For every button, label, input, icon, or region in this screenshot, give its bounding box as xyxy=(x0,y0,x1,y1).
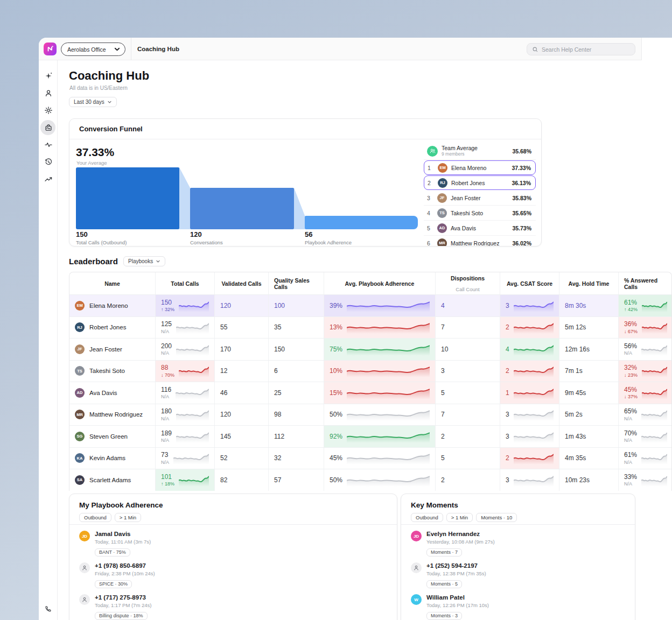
brand-logo-icon[interactable] xyxy=(44,43,57,55)
sidebar-item-settings[interactable] xyxy=(39,103,58,118)
call-list-item[interactable]: JDEvelyn HernandezYesterday, 10:08 AM (9… xyxy=(411,530,627,561)
leaderboard-row[interactable]: TSTakeshi Soto88↓ 70%12610%327m 1s32%↓ 2… xyxy=(69,360,671,382)
sidebar-item-trend[interactable] xyxy=(39,172,58,187)
column-header[interactable]: Name xyxy=(69,272,156,294)
cell-quality-sales-calls: 25 xyxy=(269,382,324,404)
column-header[interactable]: Avg. CSAT Score xyxy=(500,272,559,294)
column-header[interactable]: Total Calls xyxy=(156,272,215,294)
call-tag-chip[interactable]: BANT · 75% xyxy=(95,548,130,556)
date-range-filter[interactable]: Last 30 days xyxy=(69,97,117,107)
filter-chip[interactable]: > 1 Min xyxy=(446,513,473,522)
call-list-item[interactable]: +1 (252) 594-2197Today, 12:38 PM (7m 35s… xyxy=(411,561,627,593)
sidebar-item-ai-sparkle[interactable] xyxy=(39,68,58,83)
leaderboard-row[interactable]: SAScarlett Adams101↑ 18%825750%2310m 23s… xyxy=(69,469,671,491)
workspace-select[interactable]: Aerolabs Office xyxy=(61,43,125,56)
metric-value: 5 xyxy=(441,389,445,397)
team-icon xyxy=(427,146,438,157)
metric-value: 150 xyxy=(161,299,174,306)
metric-value: 125 xyxy=(161,320,172,328)
call-chip-wrap: Moments · 5 xyxy=(426,578,462,588)
filter-chip[interactable]: Moments · 10 xyxy=(476,513,517,522)
trend-sparkline xyxy=(347,474,430,487)
metric-value: 12m 16s xyxy=(565,346,590,353)
cell-avg-playbook-adherence: 10% xyxy=(324,361,436,382)
rank-name: Takeshi Soto xyxy=(451,210,508,216)
cell-name: SGSteven Green xyxy=(69,426,156,447)
metric-delta: N/A xyxy=(624,460,637,466)
call-list-item[interactable]: JDJamal DavisToday, 11:01 AM (3m 7s)BANT… xyxy=(79,530,389,561)
leaderboard-title: Leaderboard xyxy=(69,257,118,266)
metric-value: 3 xyxy=(506,433,509,440)
trend-sparkline xyxy=(641,343,667,356)
cell-avg-hold-time: 10m 23s xyxy=(559,469,619,491)
metric-value: 116 xyxy=(161,386,171,393)
leaderboard-row[interactable]: EMElena Moreno150↑ 32%12010039%438m 30s6… xyxy=(69,294,671,316)
sidebar-item-phone[interactable] xyxy=(39,601,58,616)
page-title: Coaching Hub xyxy=(69,69,149,83)
contacts-icon xyxy=(44,89,53,97)
column-header[interactable]: DispositionsCall Count xyxy=(436,272,500,294)
cell-validated-calls: 170 xyxy=(215,339,269,360)
playbook-adherence-card: My Playbook Adherence Outbound> 1 Min JD… xyxy=(69,494,397,620)
leaderboard-row[interactable]: RJRobert Jones125N/A553513%725m 12s36%↓ … xyxy=(69,316,671,339)
leaderboard-filter[interactable]: Playbooks xyxy=(123,256,165,266)
leaderboard-row[interactable]: JFJean Foster200N/A17015075%10412m 16s56… xyxy=(69,338,671,360)
sidebar-item-coaching[interactable] xyxy=(39,120,58,135)
leaderboard-row[interactable]: ADAva Davis116N/A462515%519m 45s45%↓ 37% xyxy=(69,382,671,404)
agent-name: Matthew Rodriguez xyxy=(89,411,143,418)
ranking-row[interactable]: 2RJRobert Jones36.13% xyxy=(424,175,536,190)
funnel-stage-bar-2[interactable] xyxy=(190,188,294,229)
call-tag-chip[interactable]: Billing dispute · 18% xyxy=(95,612,148,620)
call-tag-chip[interactable]: Moments · 3 xyxy=(426,612,462,620)
call-tag-chip[interactable]: Moments · 5 xyxy=(426,580,462,588)
column-header[interactable]: Avg. Hold Time xyxy=(559,272,619,294)
metric-value: 189 xyxy=(161,429,172,437)
funnel-stage-bar-1[interactable] xyxy=(76,167,179,229)
metric-value: 45% xyxy=(624,386,638,393)
leaderboard-row[interactable]: KAKevin Adams73N/A523245%524m 35s61%N/A xyxy=(69,447,671,469)
ai-sparkle-icon xyxy=(44,72,53,80)
filter-chip[interactable]: > 1 Min xyxy=(115,513,141,522)
stage-value: 120 xyxy=(190,231,223,238)
sidebar-item-contacts[interactable] xyxy=(39,86,58,101)
metric-value: 35 xyxy=(274,323,281,331)
cell-avg-csat-score: 3 xyxy=(500,469,559,491)
leaderboard-row[interactable]: MRMatthew Rodriguez180N/A1209850%735m 2s… xyxy=(69,404,671,426)
column-header[interactable]: Validated Calls xyxy=(215,272,269,294)
call-timestamp: Friday, 2:38 PM (10m 24s) xyxy=(95,570,155,576)
ranking-row[interactable]: 6MRMatthew Rodriguez36.02% xyxy=(424,236,536,246)
cell-pct-answered-calls: 70%N/A xyxy=(619,426,672,447)
call-list-item[interactable]: WWilliam PatelToday, 12:26 PM (17m 10s)M… xyxy=(411,593,627,620)
cell-total-calls: 73N/A xyxy=(156,448,215,469)
ranking-row[interactable]: 1EMElena Moreno37.33% xyxy=(424,160,536,175)
filter-chip[interactable]: Outbound xyxy=(79,513,111,522)
cell-pct-answered-calls: 61%↑ 42% xyxy=(619,295,672,316)
column-header[interactable]: % Answered Calls xyxy=(619,272,672,294)
ranking-row[interactable]: 3JFJean Foster35.83% xyxy=(424,191,536,206)
search-input[interactable]: Search Help Center xyxy=(527,43,635,55)
call-list-item[interactable]: +1 (717) 275-8973Today, 1:17 PM (7m 24s)… xyxy=(79,593,389,620)
sidebar-item-history[interactable] xyxy=(39,154,58,170)
team-average-row[interactable]: Team Average 9 members 35.68% xyxy=(424,143,536,160)
filter-chip[interactable]: Outbound xyxy=(411,513,443,522)
column-header[interactable]: Quality Sales Calls xyxy=(269,272,324,294)
workspace-select-label: Aerolabs Office xyxy=(67,46,110,53)
sidebar-item-video[interactable] xyxy=(39,615,58,620)
call-tag-chip[interactable]: Moments · 7 xyxy=(426,548,462,556)
leaderboard-row[interactable]: SGSteven Green189N/A14511292%231m 43s70%… xyxy=(69,425,671,447)
column-header[interactable]: Avg. Playbook Adherence xyxy=(324,272,436,294)
trend-sparkline xyxy=(641,474,667,487)
call-list-item[interactable]: +1 (978) 850-6897Friday, 2:38 PM (10m 24… xyxy=(79,561,389,593)
ranking-row[interactable]: 4TSTakeshi Soto35.65% xyxy=(424,206,536,221)
call-tag-chip[interactable]: SPICE · 30% xyxy=(95,580,132,588)
trend-sparkline xyxy=(514,474,554,487)
trend-sparkline xyxy=(641,408,667,421)
cell-pct-answered-calls: 32%↓ 23% xyxy=(619,361,672,382)
sidebar-item-activity[interactable] xyxy=(39,137,58,152)
trend-sparkline xyxy=(642,299,667,312)
metric-value: 52 xyxy=(220,454,227,462)
ranking-row[interactable]: 5ADAva Davis35.73% xyxy=(424,221,536,236)
metric-value: 4m 35s xyxy=(565,454,586,462)
metric-value: 15% xyxy=(330,389,342,397)
funnel-stage-bar-3[interactable] xyxy=(305,216,418,229)
